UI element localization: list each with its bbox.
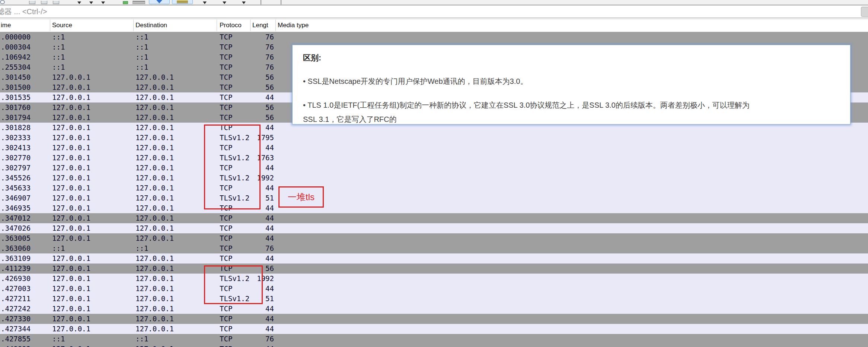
packet-row[interactable]: .302413 127.0.0.1 127.0.0.1 TCP 44 [0,143,868,153]
packet-row[interactable]: .363109 127.0.0.1 127.0.0.1 TCP 44 [0,253,868,264]
packet-row[interactable]: .427003 127.0.0.1 127.0.0.1 TCP 44 [0,284,868,294]
source-cell: ::1 [50,62,133,72]
packet-row[interactable]: .448893 127.0.0.1 127.0.0.1 TCP 44 [0,344,868,347]
packet-row[interactable]: .411239 127.0.0.1 127.0.0.1 TCP 56 [0,264,868,274]
colorize-packets-button[interactable] [172,0,193,4]
packet-row[interactable]: .346907 127.0.0.1 127.0.0.1 TLSv1.2 51 [0,193,868,203]
packet-row[interactable]: .427344 127.0.0.1 127.0.0.1 TCP 44 [0,324,868,334]
green-toolbar-icon[interactable] [123,1,128,4]
packet-row[interactable]: .345526 127.0.0.1 127.0.0.1 TLSv1.2 1992 [0,173,868,183]
source-cell: 127.0.0.1 [50,294,133,304]
dropdown-caret-icon[interactable] [242,1,246,4]
packet-row[interactable]: .345633 127.0.0.1 127.0.0.1 TCP 44 [0,183,868,193]
time-cell: .301794 [0,113,50,123]
destination-cell: 127.0.0.1 [133,72,217,82]
list-toolbar-icon[interactable] [133,1,145,4]
column-separator[interactable] [250,20,250,31]
time-cell: .347026 [0,223,50,233]
protocol-cell: TCP [217,52,250,62]
protocol-cell: TCP [217,32,250,42]
media-type-cell [275,143,868,153]
destination-cell: 127.0.0.1 [133,223,217,233]
packet-pane-icon[interactable] [53,1,59,4]
length-cell: 76 [250,32,275,42]
destination-cell: ::1 [133,334,217,344]
packet-row[interactable]: .302770 127.0.0.1 127.0.0.1 TLSv1.2 1763 [0,153,868,163]
source-cell: 127.0.0.1 [50,153,133,163]
protocol-cell: TCP [217,82,250,92]
media-type-cell [275,163,868,173]
source-cell: 127.0.0.1 [50,304,133,314]
source-cell: 127.0.0.1 [50,82,133,92]
destination-cell: 127.0.0.1 [133,92,217,102]
media-type-cell [275,183,868,193]
column-header-time[interactable]: ime [1,19,11,32]
packet-row[interactable]: .302797 127.0.0.1 127.0.0.1 TCP 44 [0,163,868,173]
destination-cell: 127.0.0.1 [133,324,217,334]
media-type-cell [275,213,868,223]
auto-scroll-button[interactable] [149,0,170,4]
time-cell: .302413 [0,143,50,153]
length-cell: 44 [250,344,275,347]
protocol-cell: TCP [217,113,250,123]
time-cell: .427330 [0,314,50,324]
column-separator[interactable] [275,20,276,31]
time-cell: .255304 [0,62,50,72]
display-filter-input[interactable]: 滤器 ... <Ctrl-/> [0,6,47,18]
source-cell: 127.0.0.1 [50,102,133,113]
packet-row[interactable]: .000000 ::1 ::1 TCP 76 [0,32,868,42]
packet-row[interactable]: .427211 127.0.0.1 127.0.0.1 TLSv1.2 51 [0,294,868,304]
column-header-length[interactable]: Lengt [252,19,268,32]
packet-row[interactable]: .427242 127.0.0.1 127.0.0.1 TCP 44 [0,304,868,314]
packet-row[interactable]: .302333 127.0.0.1 127.0.0.1 TLSv1.2 1795 [0,133,868,143]
destination-cell: ::1 [133,32,217,42]
dropdown-caret-icon[interactable] [203,1,207,4]
column-separator[interactable] [50,20,50,31]
column-header-source[interactable]: Source [52,19,72,32]
media-type-cell [275,294,868,304]
length-cell: 44 [250,213,275,223]
packet-row[interactable]: .426930 127.0.0.1 127.0.0.1 TLSv1.2 1992 [0,274,868,284]
dropdown-caret-icon[interactable] [77,1,81,4]
time-cell: .427242 [0,304,50,314]
packet-row[interactable]: .427330 127.0.0.1 127.0.0.1 TCP 44 [0,314,868,324]
source-cell: ::1 [50,42,133,52]
source-cell: 127.0.0.1 [50,344,133,347]
time-cell: .346907 [0,193,50,203]
display-filter-bar[interactable]: 滤器 ... <Ctrl-/> [0,5,868,18]
packet-row[interactable]: .346935 127.0.0.1 127.0.0.1 TCP 44 [0,203,868,213]
source-cell: 127.0.0.1 [50,274,133,284]
source-cell: 127.0.0.1 [50,213,133,223]
layout-columns-icon[interactable] [281,0,281,5]
packet-row[interactable]: .427855 ::1 ::1 TCP 76 [0,334,868,344]
column-header-media[interactable]: Media type [278,19,309,32]
column-separator[interactable] [133,20,134,31]
packet-row[interactable]: .363060 ::1 ::1 TCP 76 [0,243,868,253]
dropdown-caret-icon[interactable] [223,1,226,4]
column-separator[interactable] [217,20,217,31]
dropdown-caret-icon[interactable] [89,1,93,4]
length-cell: 44 [250,304,275,314]
length-cell: 56 [250,113,275,123]
length-cell: 44 [250,314,275,324]
packet-row[interactable]: .347012 127.0.0.1 127.0.0.1 TCP 44 [0,213,868,223]
packet-pane-icon[interactable] [29,1,35,4]
column-header-protocol[interactable]: Protoco [220,19,242,32]
source-cell: ::1 [50,243,133,253]
partial-toolbar-icon[interactable] [0,0,5,4]
layout-columns-icon[interactable] [261,0,261,5]
source-cell: 127.0.0.1 [50,163,133,173]
length-cell: 44 [250,223,275,233]
red-annotation-rect-upper [204,124,261,209]
column-header-destination[interactable]: Destination [135,19,167,32]
media-type-cell [275,324,868,334]
time-cell: .363060 [0,243,50,253]
source-cell: 127.0.0.1 [50,92,133,102]
packet-row[interactable]: .363005 127.0.0.1 127.0.0.1 TCP 44 [0,233,868,243]
destination-cell: 127.0.0.1 [133,233,217,243]
filter-apply-button[interactable] [861,7,868,17]
note-spacer [303,88,839,98]
dropdown-caret-icon[interactable] [101,1,105,4]
packet-row[interactable]: .347026 127.0.0.1 127.0.0.1 TCP 44 [0,223,868,233]
packet-pane-icon[interactable] [41,1,47,4]
